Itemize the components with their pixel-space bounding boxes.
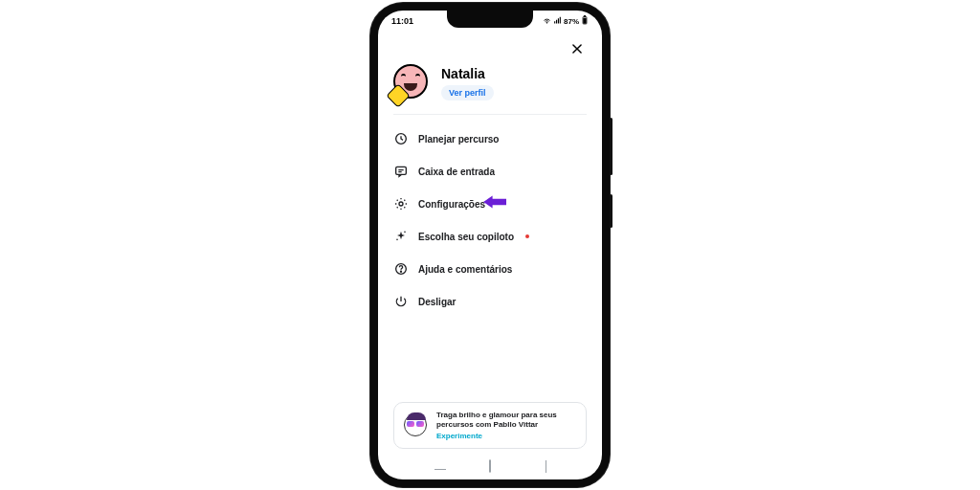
screen: 11:01 87% <box>378 11 602 479</box>
main-content: Natalia Ver perfil Planejar percurso Cai… <box>378 32 602 457</box>
inbox-icon <box>393 164 409 179</box>
menu-label: Ajuda e comentários <box>418 264 512 275</box>
menu-plan-route[interactable]: Planejar percurso <box>393 122 587 155</box>
close-button[interactable] <box>568 39 587 58</box>
menu-label: Desligar <box>418 297 456 307</box>
menu-label: Planejar percurso <box>418 134 499 145</box>
menu-settings[interactable]: Configurações <box>393 188 587 220</box>
promo-avatar-icon <box>404 413 429 438</box>
nav-home-button[interactable] <box>489 460 491 472</box>
help-icon <box>393 261 409 277</box>
svg-marker-13 <box>483 196 506 209</box>
profile-name: Natalia <box>441 66 494 81</box>
menu-list: Planejar percurso Caixa de entrada Confi… <box>393 115 587 318</box>
avatar[interactable] <box>393 64 432 102</box>
promo-card[interactable]: Traga brilho e glamour para seus percurs… <box>393 402 587 449</box>
gear-icon <box>393 196 409 212</box>
notch <box>447 11 533 28</box>
promo-text-line: percursos com Pabllo Vittar <box>436 420 557 430</box>
svg-rect-6 <box>584 16 586 17</box>
svg-point-17 <box>400 271 401 272</box>
phone-frame: 11:01 87% <box>370 3 610 487</box>
android-nav-bar <box>378 457 602 479</box>
wifi-icon <box>543 16 551 27</box>
menu-label: Caixa de entrada <box>418 167 495 177</box>
svg-rect-4 <box>560 16 561 23</box>
status-time: 11:01 <box>391 16 413 26</box>
svg-point-15 <box>396 239 398 241</box>
clock-route-icon <box>393 131 409 146</box>
svg-rect-7 <box>584 18 587 23</box>
sparkle-icon <box>393 229 409 244</box>
svg-rect-3 <box>558 18 559 23</box>
menu-label: Configurações <box>418 199 485 210</box>
svg-point-14 <box>404 232 406 234</box>
power-icon <box>393 294 409 309</box>
status-right: 87% <box>543 15 589 27</box>
signal-icon <box>553 16 562 27</box>
menu-inbox[interactable]: Caixa de entrada <box>393 155 587 188</box>
nav-back-button[interactable] <box>546 460 546 472</box>
promo-text-line: Traga brilho e glamour para seus <box>436 411 557 420</box>
menu-logout[interactable]: Desligar <box>393 285 587 318</box>
notification-dot-icon <box>525 234 529 238</box>
annotation-arrow-icon <box>483 194 506 213</box>
svg-point-12 <box>399 202 403 206</box>
svg-point-0 <box>546 22 547 23</box>
svg-rect-1 <box>554 21 555 23</box>
status-battery: 87% <box>564 17 579 26</box>
menu-label: Escolha seu copiloto <box>418 232 514 242</box>
menu-help[interactable]: Ajuda e comentários <box>393 253 587 285</box>
promo-cta-link[interactable]: Experimente <box>436 432 557 440</box>
view-profile-link[interactable]: Ver perfil <box>441 85 494 100</box>
menu-copilot[interactable]: Escolha seu copiloto <box>393 220 587 253</box>
phone-side-button <box>610 194 612 228</box>
phone-side-button <box>610 118 612 175</box>
svg-rect-2 <box>556 19 557 23</box>
battery-icon <box>581 15 589 27</box>
profile-section: Natalia Ver perfil <box>393 64 587 115</box>
